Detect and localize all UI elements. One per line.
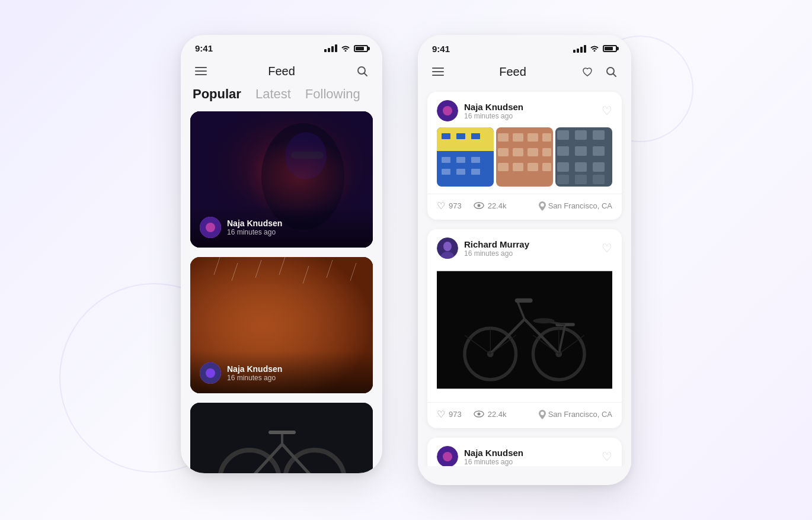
post-card-1[interactable]: Naja Knudsen 16 minutes ago <box>190 111 373 248</box>
svg-rect-35 <box>471 133 480 139</box>
building-img-3 <box>555 127 612 187</box>
post-author-info-2: Naja Knudsen 16 minutes ago <box>227 364 282 382</box>
feed-card-1: Naja Knudsen 16 minutes ago ♡ <box>427 92 622 220</box>
menu-button-right[interactable] <box>430 63 446 80</box>
avatar-img-1 <box>437 100 458 121</box>
feed-stats-2: ♡ 973 22.4k San Francisco, CA <box>427 402 622 428</box>
feed-author-3: Naja Knudsen 16 minutes ago <box>437 446 523 466</box>
svg-rect-46 <box>542 133 551 142</box>
svg-point-95 <box>443 452 452 461</box>
svg-rect-58 <box>593 130 605 140</box>
battery-icon-right <box>603 45 617 52</box>
eye-stat-icon-1 <box>474 201 484 211</box>
feed-image-building-2 <box>496 127 553 187</box>
search-button-left[interactable] <box>354 63 370 79</box>
phone-left: 9:41 <box>181 35 382 473</box>
search-icon-left <box>356 65 368 77</box>
svg-rect-38 <box>471 157 480 163</box>
svg-rect-60 <box>575 146 587 156</box>
svg-rect-33 <box>442 133 450 139</box>
status-icons-left <box>324 44 368 53</box>
author-time-2: 16 minutes ago <box>227 374 282 382</box>
like-button-3[interactable]: ♡ <box>602 450 612 464</box>
status-bar-left: 9:41 <box>181 35 382 58</box>
views-count-1: 22.4k <box>488 201 507 210</box>
svg-point-8 <box>206 223 215 232</box>
feed-title-left: Feed <box>268 65 295 78</box>
location-stat-1: San Francisco, CA <box>539 201 612 211</box>
avatar-1 <box>200 217 221 238</box>
feed-content-right: Naja Knudsen 16 minutes ago ♡ <box>418 87 631 466</box>
menu-button-left[interactable] <box>193 63 209 79</box>
svg-line-28 <box>613 74 616 77</box>
bike-svg-right <box>437 265 612 395</box>
svg-point-85 <box>533 318 554 323</box>
phone-right: 9:41 <box>418 35 631 485</box>
wifi-icon-right <box>590 43 599 54</box>
heart-stat-icon-1: ♡ <box>437 200 445 211</box>
signal-icon-right <box>573 45 586 53</box>
search-icon-right <box>605 66 617 78</box>
svg-point-19 <box>206 368 215 378</box>
post-author-info-1: Naja Knudsen 16 minutes ago <box>227 219 282 236</box>
svg-rect-44 <box>513 133 523 142</box>
svg-rect-64 <box>593 162 605 172</box>
feed-author-details-3: Naja Knudsen 16 minutes ago <box>464 448 523 466</box>
tab-popular[interactable]: Popular <box>193 86 241 102</box>
svg-rect-56 <box>557 130 569 140</box>
feed-avatar-2 <box>437 237 458 259</box>
svg-rect-40 <box>456 169 465 175</box>
author-name-1: Naja Knudsen <box>227 219 282 228</box>
views-stat-1: 22.4k <box>474 201 507 211</box>
likes-stat-2: ♡ 973 <box>437 409 462 420</box>
feed-card-2: Richard Murray 16 minutes ago ♡ <box>427 229 622 428</box>
status-bar-right: 9:41 <box>418 35 631 59</box>
svg-rect-63 <box>575 162 587 172</box>
feed-image-building-1 <box>437 127 494 187</box>
svg-rect-52 <box>513 163 523 171</box>
feed-card-header-3: Naja Knudsen 16 minutes ago ♡ <box>427 438 622 466</box>
location-text-2: San Francisco, CA <box>548 410 612 419</box>
tab-latest[interactable]: Latest <box>255 86 291 102</box>
building-img-2 <box>496 127 553 187</box>
feed-author-details-1: Naja Knudsen 16 minutes ago <box>464 102 523 120</box>
feed-author-time-2: 16 minutes ago <box>464 249 529 258</box>
bike-svg-left <box>190 403 373 473</box>
app-header-right: Feed <box>418 59 631 87</box>
feed-author-time-1: 16 minutes ago <box>464 112 523 120</box>
header-actions-right <box>579 63 619 80</box>
feed-card-header-2: Richard Murray 16 minutes ago ♡ <box>427 229 622 265</box>
views-stat-2: 22.4k <box>474 409 507 420</box>
svg-point-5 <box>285 132 327 179</box>
feed-author-name-2: Richard Murray <box>464 239 529 249</box>
svg-rect-37 <box>456 157 465 163</box>
avatar-img-3 <box>437 446 458 466</box>
like-button-1[interactable]: ♡ <box>602 104 612 118</box>
eye-stat-icon-2 <box>474 409 484 420</box>
battery-icon-left <box>354 45 368 52</box>
author-name-2: Naja Knudsen <box>227 364 282 374</box>
heart-button-right[interactable] <box>579 63 596 80</box>
avatar-img-2 <box>437 237 458 259</box>
likes-stat-1: ♡ 973 <box>437 200 462 211</box>
svg-rect-53 <box>528 163 538 171</box>
feed-content-left: Naja Knudsen 16 minutes ago <box>181 111 382 473</box>
building-img-1 <box>437 127 494 187</box>
feed-author-name-3: Naja Knudsen <box>464 448 523 458</box>
svg-point-69 <box>477 204 480 207</box>
svg-point-71 <box>443 242 452 251</box>
svg-rect-43 <box>498 133 509 142</box>
phones-container: 9:41 <box>181 35 631 485</box>
app-header-left: Feed <box>181 58 382 86</box>
feed-avatar-3 <box>437 446 458 466</box>
search-button-right[interactable] <box>603 63 619 80</box>
svg-rect-45 <box>528 133 538 142</box>
like-button-2[interactable]: ♡ <box>602 241 612 255</box>
post-card-3[interactable] <box>190 403 373 473</box>
feed-title-right: Feed <box>499 65 526 79</box>
svg-rect-36 <box>442 157 450 163</box>
hamburger-icon-left <box>195 67 207 75</box>
svg-rect-39 <box>442 169 450 175</box>
post-card-2[interactable]: Naja Knudsen 16 minutes ago <box>190 257 373 393</box>
tab-following[interactable]: Following <box>305 86 360 102</box>
